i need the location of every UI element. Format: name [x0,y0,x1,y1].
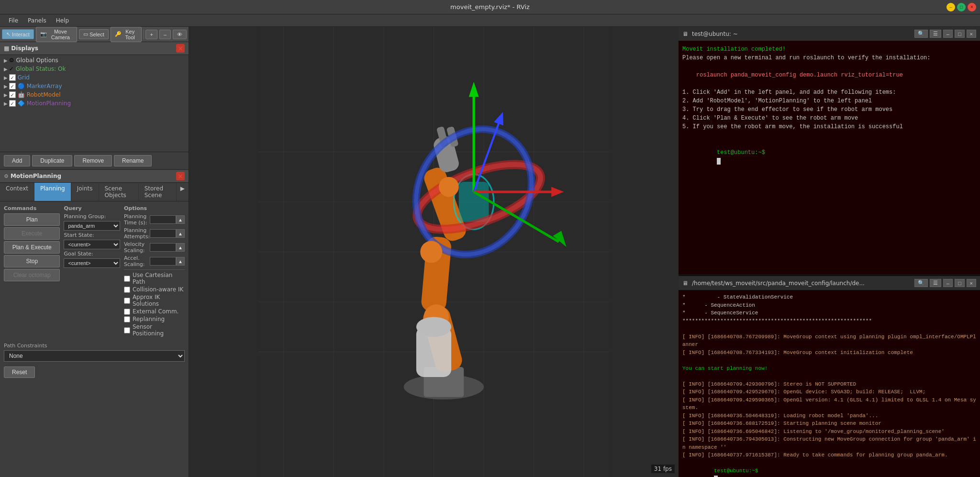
motion-planning-section: ⚙ MotionPlanning × Context Planning Join… [0,169,189,477]
replanning-checkbox[interactable] [124,316,130,322]
plan-execute-button[interactable]: Plan & Execute [4,241,60,254]
planning-attempts-input[interactable]: 10 [150,229,176,238]
display-item-marker-array[interactable]: ▶ 🔵 MarkerArray [0,82,189,90]
check-icon: ✓ [9,66,14,72]
select-button[interactable]: ▭ Select [79,29,109,39]
goal-state-select[interactable]: <current> [64,258,120,268]
robot-model-checkbox[interactable] [9,91,16,98]
key-tool-button[interactable]: 🔑 Key Tool [111,27,142,42]
terminal-close-button[interactable]: × [967,30,976,38]
term-line: ****************************************… [682,317,976,325]
tab-stored-scene[interactable]: Stored Scene [139,183,177,201]
marker-array-checkbox[interactable] [9,83,16,89]
duplicate-button[interactable]: Duplicate [32,155,72,166]
velocity-scaling-input[interactable]: 0.10 [150,243,176,252]
displays-section: ▦ Displays × ▶ ⚙ Global Options ▶ ✓ Glob… [0,42,189,169]
stop-button[interactable]: Stop [4,255,60,267]
tab-scene-objects[interactable]: Scene Objects [99,183,139,201]
display-item-motion-planning[interactable]: ▶ 🔷 MotionPlanning [0,99,189,108]
clear-octomap-button[interactable]: Clear octomap [4,269,60,281]
terminal-search-button[interactable]: 🔍 [914,30,928,38]
top-terminal-controls: 🔍 ☰ – □ × [914,30,976,38]
plan-button[interactable]: Plan [4,213,60,226]
planning-columns: Commands Plan Execute Plan & Execute Sto… [4,205,185,338]
minus-button[interactable]: – [159,30,171,39]
term-line: Moveit installation completed! [682,45,976,54]
external-comm-label[interactable]: External Comm. [133,308,179,315]
tab-joints[interactable]: Joints [71,183,99,201]
bottom-terminal-title: 🖥 /home/test/ws_moveit/src/panda_moveit_… [682,280,865,287]
reset-button[interactable]: Reset [4,366,35,378]
term-line [682,62,976,71]
start-state-select[interactable]: <current> [64,240,120,249]
maximize-button[interactable]: □ [957,3,966,11]
add-button[interactable]: Add [4,155,30,166]
terminal-menu-button[interactable]: ☰ [930,30,941,38]
commands-column: Commands Plan Execute Plan & Execute Sto… [4,205,60,338]
move-camera-button[interactable]: 📷 Move Camera [36,27,77,42]
bottom-terminal-menu[interactable]: ☰ [930,279,941,287]
remove-button[interactable]: Remove [74,155,112,166]
view-button[interactable]: 👁 [173,30,187,39]
terminal-max-button[interactable]: □ [955,30,965,38]
close-button[interactable]: × [968,3,976,11]
bottom-terminal-max[interactable]: □ [955,279,965,287]
expand-arrow: ▶ [4,67,8,72]
external-comm-checkbox[interactable] [124,309,130,315]
planning-attempts-up[interactable]: ▲ [176,229,185,238]
planning-time-input[interactable]: 5.0 [150,215,176,224]
motion-icon: 🔷 [18,100,25,107]
accel-scaling-input[interactable]: 0.10 [150,257,176,266]
plus-button[interactable]: + [145,30,157,39]
goal-state-row: Goal State: [64,251,120,257]
collision-aware-ik-row: Collision-aware IK [124,286,185,293]
terminal-icon-2: 🖥 [682,280,688,287]
bottom-terminal-min[interactable]: – [943,279,953,287]
motion-planning-checkbox[interactable] [9,100,16,107]
planning-group-select[interactable]: panda_arm [64,221,120,231]
velocity-scaling-up[interactable]: ▲ [176,243,185,252]
use-cartesian-path-checkbox[interactable] [124,276,130,282]
terminal-min-button[interactable]: – [943,30,953,38]
display-item-grid[interactable]: ▶ Grid [0,73,189,82]
display-item-global-status[interactable]: ▶ ✓ Global Status: Ok [0,65,189,73]
menu-file[interactable]: File [4,16,23,25]
displays-close-button[interactable]: × [176,44,185,53]
approx-ik-checkbox[interactable] [124,298,130,304]
main-content: ↖ Interact 📷 Move Camera ▭ Select 🔑 Key … [0,27,980,477]
sensor-positioning-label[interactable]: Sensor Positioning [133,323,185,337]
term-line: * - SequenceAction [682,301,976,310]
accel-scaling-up[interactable]: ▲ [176,257,185,266]
term-line [682,79,976,88]
display-item-global-options[interactable]: ▶ ⚙ Global Options [0,56,189,65]
bottom-terminal-search[interactable]: 🔍 [914,279,928,287]
term-prompt-line-2: test@ubuntu:~$ [682,459,976,477]
sensor-positioning-checkbox[interactable] [124,327,130,333]
menu-panels[interactable]: Panels [23,16,51,25]
tab-context[interactable]: Context [0,183,34,201]
interact-button[interactable]: ↖ Interact [2,29,34,39]
motion-planning-close-button[interactable]: × [176,172,185,180]
minimize-button[interactable]: – [947,3,955,11]
planning-time-up[interactable]: ▲ [176,215,185,224]
replanning-label[interactable]: Replanning [133,316,165,322]
term-line: You can start planning now! [682,365,976,373]
tab-more-button[interactable]: ▶ [177,183,189,201]
top-terminal-content[interactable]: Moveit installation completed! Please op… [679,41,980,274]
menu-help[interactable]: Help [51,16,74,25]
path-constraints-select[interactable]: None [4,350,185,362]
grid-checkbox[interactable] [9,74,16,81]
3d-view[interactable] [189,27,679,477]
bottom-terminal-close[interactable]: × [967,279,976,287]
collision-aware-ik-label[interactable]: Collision-aware IK [133,286,183,293]
rename-button[interactable]: Rename [114,155,152,166]
approx-ik-label[interactable]: Approx IK Solutions [133,294,185,307]
bottom-terminal-content[interactable]: * - StateValidationService * - SequenceA… [679,290,980,477]
tab-planning[interactable]: Planning [34,183,71,201]
use-cartesian-path-label[interactable]: Use Cartesian Path [133,272,185,285]
query-column: Query Planning Group: panda_arm Start St… [64,205,120,338]
collision-aware-ik-checkbox[interactable] [124,287,130,293]
display-item-robot-model[interactable]: ▶ 🤖 RobotModel [0,90,189,99]
execute-button[interactable]: Execute [4,227,60,240]
planning-group-row: Planning Group: [64,213,120,220]
